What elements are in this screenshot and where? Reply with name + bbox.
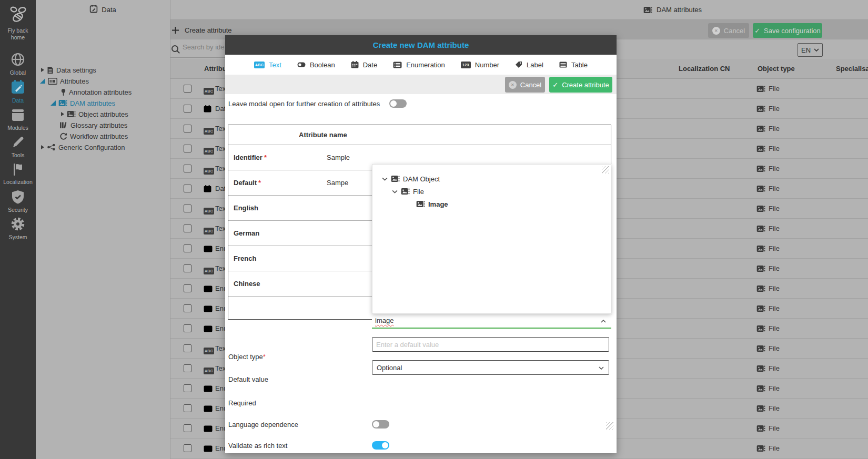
tab-label[interactable]: Label [515, 61, 543, 69]
enum-type-icon [204, 285, 213, 294]
data-calendar-pencil-icon [10, 88, 26, 97]
enum-type-icon [204, 405, 213, 414]
field-label: Identifier [234, 154, 263, 161]
required-select[interactable]: Optional [372, 360, 609, 375]
tree-item-annotation-attributes[interactable]: Annotation attributes [60, 87, 132, 97]
tree-node-image[interactable]: Image [416, 199, 448, 209]
plus-icon [171, 26, 179, 34]
row-checkbox[interactable] [184, 424, 191, 432]
image-icon [756, 145, 765, 152]
sidebar-item-home[interactable]: Fly back home [0, 4, 36, 41]
shield-check-icon [11, 197, 25, 206]
row-checkbox[interactable] [184, 284, 191, 292]
chevron-up-icon[interactable] [601, 320, 606, 323]
sidebar-item-data[interactable]: Data [0, 79, 36, 104]
chevron-down-icon[interactable] [382, 177, 388, 181]
row-checkbox[interactable] [184, 185, 191, 192]
column-header-specialisation[interactable]: Specialisation [836, 65, 868, 73]
tree-node-file[interactable]: File [392, 186, 424, 197]
image-icon [756, 85, 765, 93]
create-attribute-button[interactable]: Create attribute [171, 20, 232, 40]
chevron-down-icon[interactable] [392, 190, 398, 193]
sidebar-item-global[interactable]: Global [0, 52, 36, 76]
tree-item-label: Data settings [56, 66, 96, 74]
column-header-localization-cn[interactable]: Localization CN [679, 65, 730, 73]
object-type-value: File [769, 185, 780, 192]
save-configuration-button[interactable]: ✓ Save configuration [753, 23, 822, 38]
row-checkbox[interactable] [184, 105, 191, 113]
object-type-input-value[interactable]: image [375, 317, 393, 324]
text-type-icon: ABC [204, 165, 214, 175]
sidebar-item-localization[interactable]: Localization [0, 162, 36, 186]
tree-item-glossary-attributes[interactable]: Glossary attributes [59, 120, 127, 130]
row-checkbox[interactable] [184, 85, 191, 93]
tab-date[interactable]: Date [351, 61, 377, 69]
row-checkbox[interactable] [184, 165, 191, 172]
modal-cancel-button[interactable]: × Cancel [505, 77, 545, 93]
tab-table[interactable]: Table [559, 61, 588, 69]
row-checkbox[interactable] [184, 225, 191, 232]
tab-text[interactable]: ABC Text [254, 61, 281, 69]
sidebar-item-label: Tools [0, 152, 36, 159]
sidebar-item-modules[interactable]: Modules [0, 108, 36, 131]
image-icon [756, 305, 765, 312]
chevron-right-icon[interactable] [41, 145, 44, 149]
row-checkbox[interactable] [184, 384, 191, 392]
object-type-combobox[interactable]: image [372, 314, 611, 329]
image-icon [643, 6, 652, 14]
keep-modal-open-toggle[interactable] [389, 99, 407, 108]
text-type-icon: ABC [204, 265, 214, 274]
language-dependence-toggle[interactable] [372, 420, 389, 429]
row-checkbox[interactable] [184, 125, 191, 132]
object-type-value: File [769, 244, 780, 252]
object-type-label: Object type* [228, 353, 266, 361]
row-checkbox[interactable] [184, 205, 191, 212]
row-checkbox[interactable] [184, 404, 191, 412]
chevron-right-icon[interactable] [61, 112, 64, 116]
object-type-value: File [769, 404, 780, 412]
globe-icon [10, 60, 26, 69]
tree-item-attributes[interactable]: Attributes [40, 76, 89, 86]
field-value[interactable]: Sampe [327, 179, 348, 187]
language-select[interactable]: EN [798, 43, 823, 57]
tree-item-data-settings[interactable]: Data settings [41, 65, 96, 75]
row-checkbox[interactable] [184, 324, 191, 332]
text-type-icon: ABC [204, 85, 214, 95]
default-value-input[interactable] [376, 338, 597, 351]
cancel-configuration-button[interactable]: × Cancel [708, 23, 749, 38]
row-checkbox[interactable] [184, 304, 191, 312]
chevron-expanded-icon[interactable] [51, 100, 56, 106]
attributes-badge-icon [48, 78, 57, 85]
tree-item-generic-configuration[interactable]: Generic Configuration [41, 142, 125, 152]
object-type-cell: File [756, 145, 780, 152]
keep-modal-open-label: Leave modal open for further creation of… [228, 100, 380, 108]
tree-item-dam-attributes[interactable]: DAM attributes [51, 98, 115, 108]
sidebar-item-tools[interactable]: Tools [0, 135, 36, 159]
enum-type-icon [204, 425, 213, 434]
tab-data[interactable]: Data [36, 0, 170, 19]
row-checkbox[interactable] [184, 244, 191, 252]
tree-item-workflow-attributes[interactable]: Workflow attributes [59, 131, 128, 141]
tab-boolean[interactable]: Boolean [297, 61, 335, 69]
sidebar-item-system[interactable]: System [0, 216, 36, 241]
row-checkbox[interactable] [184, 444, 191, 452]
row-checkbox[interactable] [184, 264, 191, 272]
row-checkbox[interactable] [184, 344, 191, 352]
column-header-object-type[interactable]: Object type [758, 65, 795, 73]
modal-create-attribute-button[interactable]: ✓ Create attribute [549, 77, 612, 93]
tree-node-dam-object[interactable]: DAM Object [382, 174, 440, 184]
modal-resize-handle[interactable] [606, 422, 613, 430]
sidebar-item-security[interactable]: Security [0, 189, 36, 213]
tree-item-object-attributes[interactable]: Object attributes [61, 109, 128, 119]
row-checkbox[interactable] [184, 145, 191, 152]
resize-handle[interactable] [602, 166, 609, 174]
required-selected-value: Optional [377, 364, 402, 372]
tab-number[interactable]: 123 Number [461, 61, 499, 69]
tab-enumeration[interactable]: Enumeration [393, 61, 445, 69]
row-checkbox[interactable] [184, 364, 191, 372]
tree-item-label: Workflow attributes [70, 132, 128, 140]
field-value[interactable]: Sample [327, 154, 350, 161]
validate-rich-text-toggle[interactable] [372, 441, 389, 450]
chevron-expanded-icon[interactable] [40, 78, 45, 84]
chevron-right-icon[interactable] [41, 68, 44, 72]
